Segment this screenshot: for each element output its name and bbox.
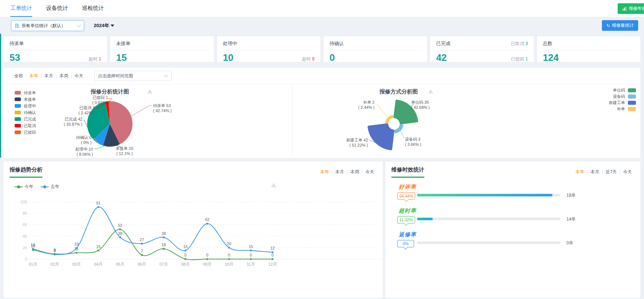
progress-fill bbox=[417, 218, 433, 220]
legend-item[interactable]: 新建工单 bbox=[609, 100, 636, 106]
metric-row-positive-rate: 好评率 94.44% 18单 bbox=[391, 184, 634, 207]
efficiency-tabs: 本年|本月|近7天|今天 bbox=[573, 169, 634, 175]
download-icon[interactable] bbox=[271, 183, 276, 188]
data-point[interactable] bbox=[272, 258, 273, 260]
rose-petal[interactable] bbox=[369, 125, 393, 149]
data-point[interactable] bbox=[141, 254, 143, 256]
series-legend-item[interactable]: 去年 bbox=[41, 184, 59, 190]
data-point[interactable] bbox=[228, 247, 230, 248]
data-point[interactable] bbox=[75, 252, 77, 254]
panel-title: 维修时效统计 bbox=[391, 166, 424, 178]
legend-item[interactable]: 补单 bbox=[609, 106, 636, 112]
refresh-icon: ↻ bbox=[606, 23, 610, 28]
data-point[interactable] bbox=[228, 258, 230, 260]
legend-item[interactable]: 设备码 bbox=[609, 93, 636, 100]
filter-tab[interactable]: 全部 bbox=[12, 73, 26, 79]
data-point[interactable] bbox=[206, 258, 208, 260]
legend-item[interactable]: 已取消 bbox=[15, 122, 36, 129]
filter-tab[interactable]: 本年 bbox=[27, 73, 41, 79]
card-side-info: 超时 9 bbox=[302, 56, 314, 62]
data-point[interactable] bbox=[97, 250, 99, 251]
series-legend-item[interactable]: 今年 bbox=[15, 184, 33, 190]
filter-tab[interactable]: 本年 bbox=[318, 169, 332, 175]
annual-report-button[interactable]: 维修年报 bbox=[618, 3, 644, 14]
data-point-label: 15 bbox=[249, 244, 253, 249]
date-range-select[interactable]: 点击选择时间范围 bbox=[94, 71, 172, 81]
main-tab[interactable]: 设备统计 bbox=[46, 0, 68, 17]
pie-label: 设备码 3 bbox=[405, 137, 420, 141]
filter-tab[interactable]: 本年 bbox=[573, 169, 587, 175]
download-icon[interactable] bbox=[428, 89, 433, 95]
data-point[interactable] bbox=[32, 248, 34, 250]
data-point[interactable] bbox=[75, 247, 77, 249]
metric-count: 18单 bbox=[566, 192, 576, 199]
legend-item[interactable]: 已完成 bbox=[15, 116, 36, 122]
legend-item[interactable]: 待确认 bbox=[15, 109, 36, 116]
data-point-label: 7 bbox=[141, 249, 143, 253]
card-label: 已完成 bbox=[436, 40, 450, 47]
label-leader-line bbox=[83, 121, 88, 128]
filter-tab[interactable]: 本月 bbox=[42, 73, 56, 79]
filter-tab[interactable]: 近7天 bbox=[603, 169, 619, 175]
legend-item[interactable]: 单位码 bbox=[609, 87, 636, 93]
series-line[interactable] bbox=[33, 207, 273, 254]
pie-legend: 单位码设备码新建工单补单 bbox=[609, 87, 636, 112]
efficiency-rows: 好评率 94.44% 18单 超时率 11.02% 14单 返修率 0% 0单 bbox=[391, 184, 634, 255]
rose-petal[interactable] bbox=[394, 124, 403, 133]
filter-tab[interactable]: 本周 bbox=[57, 73, 71, 79]
card-label: 处理中 bbox=[223, 40, 237, 47]
label-leader-line bbox=[108, 98, 112, 101]
legend-item[interactable]: 已驳回 bbox=[15, 129, 36, 136]
volume-stat-button[interactable]: ↻ 维修量统计 bbox=[602, 20, 638, 31]
data-point[interactable] bbox=[119, 236, 121, 238]
legend-label: 新建工单 bbox=[609, 100, 625, 106]
x-axis-tick: 11月 bbox=[247, 262, 255, 266]
data-point[interactable] bbox=[141, 243, 143, 244]
legend-swatch bbox=[15, 91, 21, 95]
x-axis-tick: 07月 bbox=[159, 262, 168, 266]
legend-item[interactable]: 未接单 bbox=[15, 96, 36, 103]
pie-charts-row: 报修分析统计图 待派单未接单处理中待确认已完成已取消已驳回 待派单 53( 42… bbox=[4, 84, 640, 158]
x-axis-tick: 08月 bbox=[181, 262, 190, 266]
progress-track bbox=[417, 241, 561, 244]
card-label: 总数 bbox=[543, 40, 552, 47]
data-point[interactable] bbox=[250, 250, 252, 251]
data-point[interactable] bbox=[250, 258, 252, 260]
filter-tab[interactable]: 本月 bbox=[588, 169, 602, 175]
legend-item[interactable]: 待派单 bbox=[15, 89, 36, 96]
filter-tab[interactable]: 本月 bbox=[333, 169, 347, 175]
data-point[interactable] bbox=[272, 251, 273, 253]
date-range-placeholder: 点击选择时间范围 bbox=[98, 73, 165, 79]
data-point[interactable] bbox=[163, 248, 164, 250]
year-select[interactable]: 2024年 bbox=[94, 22, 114, 29]
legend-item[interactable]: 处理中 bbox=[15, 103, 36, 109]
label-leader-line bbox=[131, 106, 152, 116]
legend-line-marker bbox=[15, 187, 23, 187]
filter-tab[interactable]: 今天 bbox=[363, 169, 377, 175]
progress-track bbox=[417, 194, 561, 196]
data-point[interactable] bbox=[185, 250, 186, 251]
filter-tab[interactable]: 本周 bbox=[348, 169, 362, 175]
data-point[interactable] bbox=[54, 253, 56, 255]
download-icon[interactable] bbox=[147, 89, 153, 95]
filter-tab[interactable]: 今天 bbox=[72, 73, 86, 79]
x-axis-tick: 04月 bbox=[94, 262, 103, 266]
data-point[interactable] bbox=[185, 258, 186, 260]
trend-line-chart: 02040608010001月02月03月04月05月06月07月08月09月1… bbox=[15, 192, 384, 275]
filter-tab[interactable]: 今天 bbox=[621, 169, 634, 175]
unit-select[interactable]: 所有单位统计（默认） bbox=[11, 20, 84, 31]
data-point[interactable] bbox=[163, 236, 164, 238]
label-leader-line bbox=[401, 130, 404, 139]
legend-label: 待确认 bbox=[24, 110, 36, 115]
pie-label: 已驳回 1 bbox=[93, 95, 108, 100]
main-tab[interactable]: 巡检统计 bbox=[82, 0, 104, 17]
data-point[interactable] bbox=[119, 228, 121, 230]
data-point[interactable] bbox=[97, 206, 99, 208]
rose-petal[interactable] bbox=[385, 115, 394, 123]
series-line[interactable] bbox=[33, 229, 273, 260]
data-point[interactable] bbox=[206, 223, 208, 225]
y-axis-tick: 40 bbox=[23, 234, 27, 239]
card-side-info: 超时 1 bbox=[89, 56, 101, 62]
main-tab[interactable]: 工单统计 bbox=[10, 0, 32, 17]
card-value: 42 bbox=[436, 53, 447, 62]
